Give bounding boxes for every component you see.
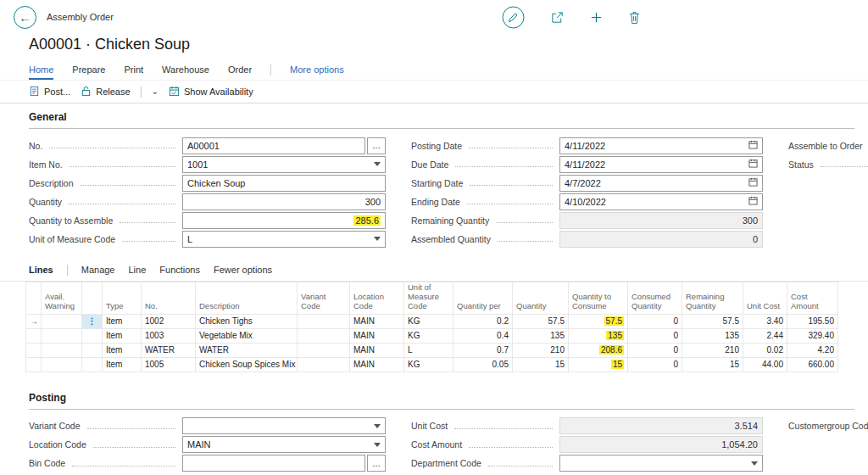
- calendar-icon[interactable]: [748, 159, 758, 170]
- cell-cost-amount[interactable]: 195.50: [787, 314, 838, 328]
- cell-remaining[interactable]: 210: [682, 343, 743, 357]
- assist-edit-button[interactable]: …: [367, 455, 386, 472]
- lines-line[interactable]: Line: [129, 265, 147, 275]
- edit-icon[interactable]: [502, 6, 525, 29]
- cell-uom[interactable]: KG: [404, 357, 453, 372]
- chevron-down-icon[interactable]: [374, 443, 381, 447]
- cell-location-code[interactable]: MAIN: [350, 314, 404, 328]
- starting-date-input[interactable]: 4/7/2022: [559, 175, 763, 192]
- more-options[interactable]: More options: [290, 60, 344, 80]
- cell-location-code[interactable]: MAIN: [350, 357, 404, 372]
- share-icon[interactable]: [550, 10, 565, 25]
- lines-tab[interactable]: Lines: [29, 265, 53, 275]
- cell-consumed[interactable]: 0: [628, 343, 682, 357]
- unit-of-measure-input[interactable]: L: [182, 231, 386, 248]
- calendar-icon[interactable]: [748, 140, 758, 151]
- split-button-chevron-down-icon[interactable]: ⌄: [152, 87, 159, 96]
- department-code-input[interactable]: [559, 455, 763, 472]
- row-menu-cell[interactable]: [82, 357, 103, 372]
- col-avail-warning[interactable]: Avail. Warning: [42, 282, 82, 315]
- tab-order[interactable]: Order: [228, 60, 252, 80]
- cell-type[interactable]: Item: [103, 357, 142, 372]
- lines-manage[interactable]: Manage: [81, 265, 115, 275]
- cell-description[interactable]: Chicken Soup Spices Mix: [196, 357, 298, 372]
- cell-quantity-to-consume[interactable]: 57.5: [569, 314, 628, 328]
- posting-date-input[interactable]: 4/11/2022: [559, 137, 763, 154]
- row-menu-cell[interactable]: [82, 343, 103, 357]
- cell-cost-amount[interactable]: 4.20: [787, 343, 838, 357]
- chevron-down-icon[interactable]: [751, 461, 758, 466]
- lines-fewer-options[interactable]: Fewer options: [214, 265, 272, 275]
- tab-home[interactable]: Home: [29, 60, 53, 80]
- col-no[interactable]: No.: [142, 282, 196, 315]
- cell-description[interactable]: Vegetable Mix: [196, 328, 298, 343]
- show-availability-button[interactable]: Show Availability: [169, 86, 253, 98]
- due-date-input[interactable]: 4/11/2022: [559, 156, 763, 173]
- cell-cost-amount[interactable]: 660.00: [787, 357, 838, 372]
- cell-consumed[interactable]: 0: [628, 328, 682, 343]
- cell-remaining[interactable]: 135: [682, 328, 743, 343]
- cell-quantity[interactable]: 135: [513, 328, 569, 343]
- col-cost-amount[interactable]: Cost Amount: [787, 282, 838, 315]
- cell-quantity[interactable]: 15: [513, 357, 569, 372]
- back-button[interactable]: ←: [14, 6, 36, 29]
- col-unit-cost[interactable]: Unit Cost: [743, 282, 787, 315]
- cell-variant-code[interactable]: [298, 357, 350, 372]
- col-remaining-quantity[interactable]: Remaining Quantity: [682, 282, 743, 315]
- cell-description[interactable]: Chicken Tighs: [196, 314, 298, 328]
- cell-remaining[interactable]: 57.5: [682, 314, 743, 328]
- lines-functions[interactable]: Functions: [159, 265, 200, 275]
- chevron-down-icon[interactable]: [374, 237, 381, 241]
- cell-no[interactable]: 1003: [142, 328, 196, 343]
- col-uom-code[interactable]: Unit of Measure Code: [404, 282, 453, 315]
- cell-quantity-per[interactable]: 0.7: [453, 343, 513, 357]
- variant-code-input[interactable]: [182, 417, 386, 434]
- calendar-icon[interactable]: [748, 196, 758, 207]
- col-quantity-to-consume[interactable]: Quantity to Consume: [569, 282, 628, 315]
- calendar-icon[interactable]: [748, 177, 758, 188]
- row-menu-cell[interactable]: [82, 328, 103, 343]
- delete-icon[interactable]: [628, 10, 641, 25]
- cell-description[interactable]: WATER: [196, 343, 298, 357]
- cell-quantity-per[interactable]: 0.4: [453, 328, 513, 343]
- cell-no[interactable]: 1005: [142, 357, 196, 372]
- col-description[interactable]: Description: [196, 282, 298, 315]
- description-input[interactable]: Chicken Soup: [182, 175, 386, 192]
- col-type[interactable]: Type: [103, 282, 142, 315]
- col-consumed-quantity[interactable]: Consumed Quantity: [628, 282, 682, 315]
- general-section-title[interactable]: General: [29, 103, 854, 129]
- cell-quantity-to-consume[interactable]: 135: [569, 328, 628, 343]
- row-selector[interactable]: [26, 343, 42, 357]
- add-icon[interactable]: [590, 11, 603, 24]
- no-input[interactable]: A00001: [182, 137, 365, 154]
- cell-unit-cost[interactable]: 0.02: [743, 343, 787, 357]
- post-button[interactable]: Post...: [29, 86, 70, 98]
- cell-uom[interactable]: KG: [404, 314, 453, 328]
- breadcrumb[interactable]: Assembly Order: [47, 12, 114, 22]
- cell-unit-cost[interactable]: 3.40: [743, 314, 787, 328]
- cell-quantity[interactable]: 57.5: [513, 314, 569, 328]
- location-code-input[interactable]: MAIN: [182, 436, 386, 453]
- bin-code-input[interactable]: [182, 455, 365, 472]
- tab-warehouse[interactable]: Warehouse: [162, 60, 209, 80]
- tab-print[interactable]: Print: [124, 60, 143, 80]
- cell-quantity-per[interactable]: 0.05: [453, 357, 513, 372]
- chevron-down-icon[interactable]: [374, 424, 381, 428]
- row-selector[interactable]: [26, 357, 42, 372]
- cell-no[interactable]: 1002: [142, 314, 196, 328]
- cell-quantity-to-consume[interactable]: 15: [569, 357, 628, 372]
- row-selector-arrow[interactable]: →: [26, 314, 42, 328]
- quantity-to-assemble-input[interactable]: 285.6: [182, 212, 386, 229]
- cell-variant-code[interactable]: [298, 314, 350, 328]
- col-variant-code[interactable]: Variant Code: [298, 282, 350, 315]
- cell-type[interactable]: Item: [103, 314, 142, 328]
- cell-location-code[interactable]: MAIN: [350, 343, 404, 357]
- posting-section-title[interactable]: Posting: [29, 384, 854, 410]
- col-location-code[interactable]: Location Code: [350, 282, 404, 315]
- cell-type[interactable]: Item: [103, 328, 142, 343]
- cell-no[interactable]: WATER: [142, 343, 196, 357]
- item-no-input[interactable]: 1001: [182, 156, 386, 173]
- cell-consumed[interactable]: 0: [628, 314, 682, 328]
- cell-cost-amount[interactable]: 329.40: [787, 328, 838, 343]
- cell-quantity-per[interactable]: 0.2: [453, 314, 513, 328]
